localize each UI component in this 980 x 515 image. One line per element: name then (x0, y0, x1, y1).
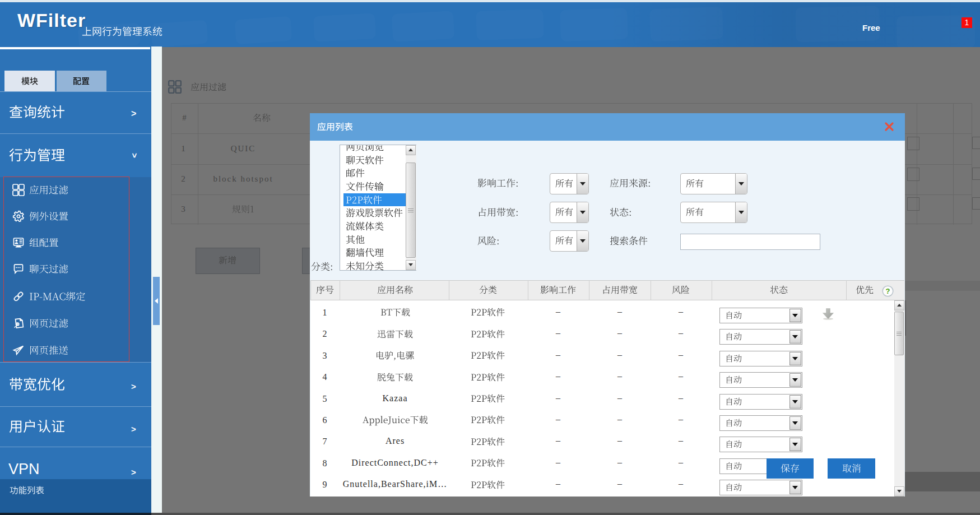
svg-text:?: ? (886, 287, 890, 295)
